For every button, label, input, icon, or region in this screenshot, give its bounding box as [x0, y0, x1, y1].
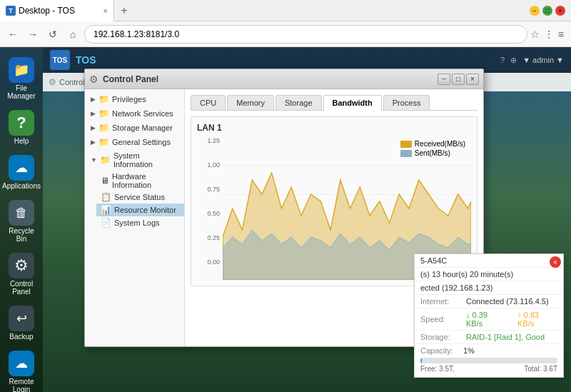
- file-manager-label: File Manager: [4, 84, 39, 100]
- remote-login-label: Remote Login: [4, 378, 39, 392]
- nav-icon-resource: 📊: [101, 205, 111, 215]
- remote-login-icon: ☁: [9, 351, 34, 376]
- new-tab-button[interactable]: +: [114, 1, 134, 21]
- info-panel: × 5-A54C (s) 13 hour(s) 20 minute(s) ect…: [414, 253, 564, 378]
- cp-title-text: Control Panel: [103, 74, 158, 84]
- nav-label-hardware: Hardware Information: [112, 172, 180, 189]
- nav-item-hardware-info[interactable]: 🖥 Hardware Information: [96, 171, 184, 191]
- info-row-storage: Storage: RAID-1 [Raid 1], Good: [415, 331, 563, 344]
- info-row-connected: ected (192.168.1.23): [415, 281, 563, 295]
- nav-item-resource-monitor[interactable]: 📊 Resource Monitor: [96, 203, 184, 216]
- nav-icon-privileges: 📁: [98, 94, 109, 104]
- info-label-capacity: Capacity:: [420, 346, 463, 355]
- tab-storage[interactable]: Storage: [276, 95, 322, 110]
- window-close[interactable]: ×: [555, 6, 565, 16]
- nav-icon-logs: 📄: [101, 218, 111, 228]
- cp-titlebar: ⚙ Control Panel − □ ×: [85, 69, 483, 89]
- tab-title: Desktop - TOS: [19, 6, 75, 16]
- chart-y-axis: 1.25 1.00 0.75 0.50 0.25 0.00: [197, 137, 223, 266]
- cp-nav: ▶ 📁 Privileges ▶ 📁 Network Services ▶ 📁 …: [85, 89, 185, 346]
- storage-bar: [420, 358, 557, 363]
- extension-icon[interactable]: ⋮: [544, 29, 554, 40]
- cp-close-btn[interactable]: ×: [466, 74, 479, 85]
- info-value-mac: 5-A54C: [420, 256, 557, 265]
- nav-icon-service: 📋: [101, 192, 111, 202]
- nav-item-privileges[interactable]: ▶ 📁 Privileges: [85, 92, 184, 106]
- info-panel-close[interactable]: ×: [550, 256, 561, 268]
- chart-title: LAN 1: [197, 123, 471, 133]
- nav-label-storage: Storage Manager: [112, 124, 173, 132]
- control-panel-label: Control Panel: [4, 280, 39, 296]
- tab-close-button[interactable]: ×: [103, 6, 108, 15]
- back-button[interactable]: ←: [4, 26, 21, 43]
- bookmark-icon[interactable]: ☆: [530, 29, 540, 40]
- sidebar-item-applications[interactable]: ☁ Applications: [2, 151, 41, 193]
- sidebar-item-help[interactable]: ? Help: [2, 106, 41, 148]
- window-maximize[interactable]: □: [542, 6, 552, 16]
- info-row-mac: 5-A54C: [415, 254, 563, 268]
- help-icon[interactable]: ?: [500, 56, 505, 64]
- nav-item-service-status[interactable]: 📋 Service Status: [96, 191, 184, 203]
- tab-bandwidth[interactable]: Bandwidth: [323, 95, 382, 111]
- sidebar-item-remote-login[interactable]: ☁ Remote Login: [2, 346, 41, 392]
- address-bar[interactable]: [84, 25, 527, 44]
- nav-item-system-logs[interactable]: 📄 System Logs: [96, 216, 184, 229]
- nav-arrow-storage: ▶: [91, 124, 96, 131]
- cp-win-controls: − □ ×: [438, 74, 479, 85]
- nav-label-logs: System Logs: [114, 218, 160, 227]
- info-label-storage: Storage:: [420, 333, 463, 341]
- sidebar-item-control-panel[interactable]: ⚙ Control Panel: [2, 248, 41, 298]
- nav-item-network-services[interactable]: ▶ 📁 Network Services: [85, 106, 184, 121]
- nav-icon-general: 📁: [98, 137, 109, 147]
- browser-tab[interactable]: T Desktop - TOS ×: [0, 0, 114, 21]
- nav-icon-hardware: 🖥: [101, 176, 109, 186]
- nav-icon-network: 📁: [98, 109, 109, 119]
- nav-arrow-privileges: ▶: [91, 96, 96, 103]
- tab-process[interactable]: Process: [383, 95, 430, 110]
- window-minimize[interactable]: −: [530, 6, 540, 16]
- sidebar-item-file-manager[interactable]: 📁 File Manager: [2, 53, 41, 103]
- sidebar-item-backup[interactable]: ↩ Backup: [2, 301, 41, 343]
- menu-icon[interactable]: ≡: [558, 29, 564, 40]
- browser-tab-bar: T Desktop - TOS × + − □ ×: [0, 0, 571, 21]
- control-panel-icon: ⚙: [9, 253, 34, 278]
- y-label-1: 0.25: [207, 234, 220, 241]
- y-label-5: 1.25: [207, 137, 220, 144]
- storage-bar-fill: [420, 358, 422, 363]
- nav-arrow-sysinfo: ▼: [91, 156, 97, 164]
- tab-cpu[interactable]: CPU: [191, 95, 226, 110]
- storage-free: Free: 3.5T,: [420, 365, 455, 373]
- browser-controls: ← → ↺ ⌂ ☆ ⋮ ≡: [0, 21, 571, 47]
- info-label-speed: Speed:: [420, 315, 463, 323]
- file-manager-icon: 📁: [9, 57, 34, 83]
- recycle-bin-label: Recycle Bin: [4, 227, 39, 243]
- forward-button[interactable]: →: [24, 26, 41, 43]
- nav-label-privileges: Privileges: [112, 95, 146, 104]
- user-menu[interactable]: ▼ admin ▼: [522, 56, 564, 64]
- home-button[interactable]: ⌂: [64, 26, 81, 43]
- desktop: T Desktop - TOS × + − □ × ← → ↺ ⌂ ☆ ⋮ ≡ …: [0, 0, 571, 392]
- refresh-button[interactable]: ↺: [44, 26, 61, 43]
- add-icon[interactable]: ⊕: [510, 56, 517, 65]
- cp-maximize-btn[interactable]: □: [452, 74, 465, 85]
- nav-label-sysinfo: System Information: [113, 151, 178, 169]
- info-value-capacity-pct: 1%: [463, 346, 557, 355]
- nav-label-service: Service Status: [114, 193, 165, 201]
- info-value-uptime: (s) 13 hour(s) 20 minute(s): [420, 270, 557, 278]
- nav-icon-storage: 📁: [98, 123, 109, 133]
- nav-item-general-settings[interactable]: ▶ 📁 General Settings: [85, 135, 184, 149]
- tos-title: TOS: [76, 54, 96, 66]
- os-sidebar: 📁 File Manager ? Help ☁ Applications 🗑 R…: [0, 47, 43, 392]
- backup-label: Backup: [9, 333, 33, 341]
- nav-label-general: General Settings: [112, 138, 171, 146]
- sidebar-item-recycle-bin[interactable]: 🗑 Recycle Bin: [2, 196, 41, 246]
- info-speed-down: ↓ 0.39 KB/s: [466, 311, 506, 328]
- cp-minimize-btn[interactable]: −: [438, 74, 450, 85]
- browser-right-icons: ☆ ⋮ ≡: [530, 29, 567, 40]
- info-row-uptime: (s) 13 hour(s) 20 minute(s): [415, 268, 563, 281]
- tab-memory[interactable]: Memory: [227, 95, 274, 110]
- nav-item-storage-manager[interactable]: ▶ 📁 Storage Manager: [85, 121, 184, 135]
- nav-arrow-network: ▶: [91, 110, 96, 117]
- nav-item-system-info[interactable]: ▼ 📁 System Information: [85, 149, 184, 171]
- y-label-2: 0.50: [207, 210, 220, 217]
